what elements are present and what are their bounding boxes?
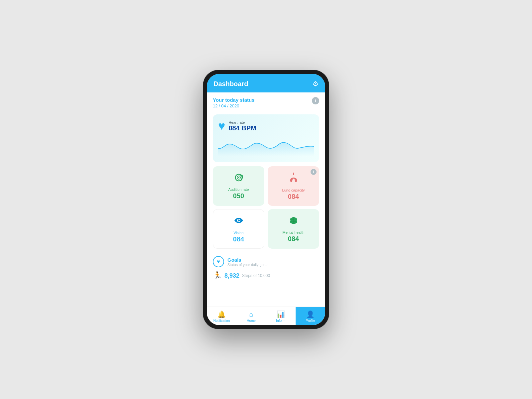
metrics-grid: Audition rate 050 i bbox=[207, 166, 325, 252]
goals-section: ♥ Goals Status of your daily goals 🏃 8,9… bbox=[207, 252, 325, 284]
svg-point-6 bbox=[238, 220, 238, 220]
status-title: Your today status bbox=[213, 97, 255, 103]
mental-label: Mental health bbox=[282, 230, 304, 234]
svg-rect-3 bbox=[293, 173, 294, 175]
heart-rate-label: Heart rate bbox=[228, 120, 256, 124]
mental-value: 084 bbox=[288, 235, 299, 243]
nav-inform-label: Inform bbox=[276, 319, 285, 323]
audition-value: 050 bbox=[233, 192, 244, 200]
nav-profile[interactable]: 👤 Profile bbox=[296, 307, 325, 325]
nav-home[interactable]: ⌂ Home bbox=[236, 307, 266, 325]
lung-label: Lung capacity bbox=[282, 188, 305, 192]
header: Dashboard ⚙ bbox=[207, 74, 325, 92]
steps-label: Steps of 10,000 bbox=[242, 273, 270, 278]
home-icon: ⌂ bbox=[249, 311, 253, 318]
status-date: 12 / 04 / 2020 bbox=[213, 103, 255, 108]
phone-frame: Dashboard ⚙ Your today status 12 / 04 / … bbox=[203, 70, 329, 329]
main-content: Your today status 12 / 04 / 2020 i ♥ Hea… bbox=[207, 92, 325, 307]
eye-icon bbox=[233, 215, 244, 229]
nav-home-label: Home bbox=[247, 319, 256, 323]
heart-rate-chart bbox=[218, 136, 314, 159]
bottom-nav: 🔔 Notification ⌂ Home 📊 Inform 👤 Profile bbox=[207, 307, 325, 325]
lung-icon bbox=[288, 172, 300, 186]
goals-title: Goals bbox=[227, 257, 268, 263]
mental-card[interactable]: Mental health 084 bbox=[268, 209, 319, 249]
profile-icon: 👤 bbox=[306, 310, 315, 318]
steps-row: 🏃 8,932 Steps of 10,000 bbox=[213, 269, 319, 281]
heart-rate-value: 084 BPM bbox=[228, 124, 256, 132]
lung-value: 084 bbox=[288, 193, 299, 200]
heart-icon: ♥ bbox=[218, 119, 225, 133]
lung-card[interactable]: i Lung capacity 084 bbox=[268, 166, 319, 206]
chart-icon: 📊 bbox=[277, 310, 285, 318]
svg-point-2 bbox=[238, 177, 239, 178]
ear-icon bbox=[233, 172, 244, 186]
vision-value: 084 bbox=[233, 235, 244, 243]
bell-icon: 🔔 bbox=[217, 310, 226, 318]
goals-heart-icon: ♥ bbox=[213, 256, 224, 267]
brain-icon bbox=[288, 215, 299, 228]
status-info-icon[interactable]: i bbox=[312, 97, 319, 104]
audition-label: Audition rate bbox=[228, 188, 249, 192]
lung-info-icon[interactable]: i bbox=[311, 169, 317, 175]
nav-inform[interactable]: 📊 Inform bbox=[266, 307, 296, 325]
steps-count: 8,932 bbox=[224, 272, 239, 279]
phone-screen: Dashboard ⚙ Your today status 12 / 04 / … bbox=[207, 74, 325, 325]
vision-label: Vision bbox=[234, 231, 244, 235]
run-icon: 🏃 bbox=[213, 271, 222, 280]
nav-notification-label: Notification bbox=[213, 319, 230, 323]
audition-card[interactable]: Audition rate 050 bbox=[213, 166, 264, 206]
status-section: Your today status 12 / 04 / 2020 i bbox=[207, 92, 325, 112]
vision-card[interactable]: Vision 084 bbox=[213, 209, 264, 249]
gear-icon[interactable]: ⚙ bbox=[313, 80, 319, 88]
nav-profile-label: Profile bbox=[306, 319, 315, 323]
goals-subtitle: Status of your daily goals bbox=[227, 263, 268, 267]
nav-notification[interactable]: 🔔 Notification bbox=[207, 307, 236, 325]
page-title: Dashboard bbox=[213, 80, 248, 88]
heart-rate-card: ♥ Heart rate 084 BPM bbox=[213, 114, 319, 162]
